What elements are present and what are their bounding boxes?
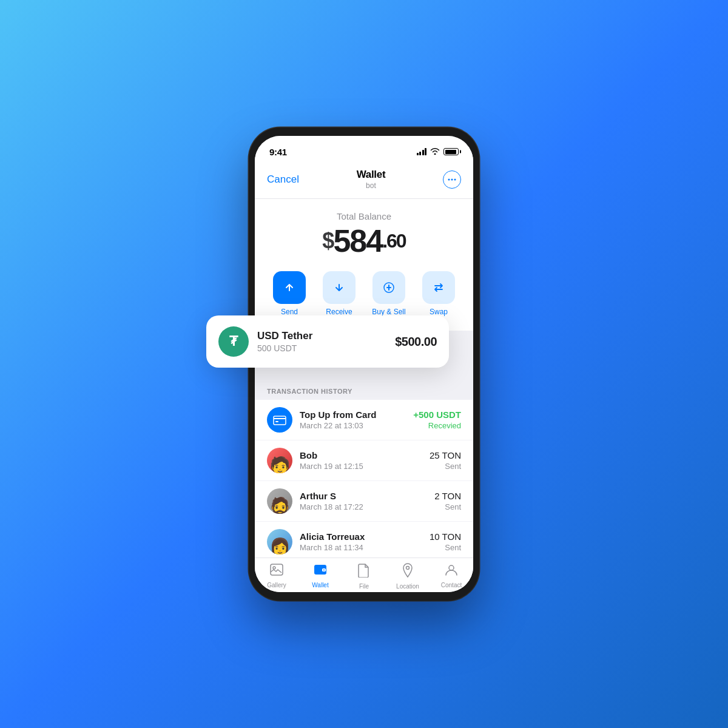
svg-point-0 xyxy=(448,178,450,180)
tether-logo-symbol: ₮ xyxy=(229,334,238,349)
location-icon xyxy=(402,563,413,581)
bob-name: Bob xyxy=(300,450,430,460)
swap-label: Swap xyxy=(430,308,448,316)
topup-status: Recevied xyxy=(413,421,461,430)
wifi-icon xyxy=(430,147,440,157)
topup-value: +500 USDT Recevied xyxy=(413,410,461,430)
balance-cents: .60 xyxy=(382,231,405,251)
more-button[interactable] xyxy=(443,170,461,189)
bob-value: 25 TON Sent xyxy=(430,450,461,471)
arthur-date: March 18 at 17:22 xyxy=(300,502,434,511)
svg-point-13 xyxy=(449,565,454,570)
arthur-name: Arthur S xyxy=(300,491,434,501)
send-label: Send xyxy=(281,308,298,316)
receive-label: Receive xyxy=(326,308,352,316)
arthur-value: 2 TON Sent xyxy=(434,491,461,511)
alicia-avatar: 👩 xyxy=(267,529,292,554)
tab-location[interactable]: Location xyxy=(386,563,430,590)
tether-info: USD Tether 500 USDT xyxy=(257,330,395,353)
wallet-icon xyxy=(313,563,328,580)
svg-point-2 xyxy=(454,178,456,180)
gallery-label: Gallery xyxy=(267,582,286,588)
topup-name: Top Up from Card xyxy=(300,410,413,420)
page-title: Wallet xyxy=(357,169,386,181)
tab-contact[interactable]: Contact xyxy=(430,563,473,590)
tether-name: USD Tether xyxy=(257,330,395,342)
tab-wallet[interactable]: Wallet xyxy=(298,563,342,590)
balance-section: Total Balance $584.60 xyxy=(255,199,473,271)
alicia-date: March 18 at 11:34 xyxy=(300,543,430,552)
arthur-info: Arthur S March 18 at 17:22 xyxy=(300,491,434,511)
transaction-item-arthur[interactable]: 🧔 Arthur S March 18 at 17:22 2 TON Sent xyxy=(255,481,473,522)
battery-icon xyxy=(443,148,459,155)
swap-button[interactable]: Swap xyxy=(417,271,460,316)
status-bar: 9:41 xyxy=(255,136,473,163)
header-center: Wallet bot xyxy=(357,169,386,190)
bob-status: Sent xyxy=(430,462,461,471)
tether-usdt-amount: 500 USDT xyxy=(257,343,395,353)
balance-amount: $584.60 xyxy=(267,225,461,257)
topup-amount: +500 USDT xyxy=(413,410,461,420)
status-icons xyxy=(417,147,459,157)
transaction-list: Top Up from Card March 22 at 13:03 +500 … xyxy=(255,400,473,562)
transaction-item-bob[interactable]: 🧑 Bob March 19 at 12:15 25 TON Sent xyxy=(255,440,473,481)
balance-label: Total Balance xyxy=(267,211,461,221)
file-icon xyxy=(358,563,370,581)
send-button[interactable]: Send xyxy=(268,271,311,316)
contact-label: Contact xyxy=(441,582,462,588)
receive-button[interactable]: Receive xyxy=(318,271,360,316)
bob-info: Bob March 19 at 12:15 xyxy=(300,450,430,471)
nav-header: Cancel Wallet bot xyxy=(255,163,473,199)
topup-info: Top Up from Card March 22 at 13:03 xyxy=(300,410,413,430)
phone-wrapper: ₮ USD Tether 500 USDT $500.00 9:41 xyxy=(249,127,479,601)
arthur-amount: 2 TON xyxy=(434,491,461,501)
alicia-name: Alicia Torreuax xyxy=(300,531,430,542)
tether-usd-value: $500.00 xyxy=(395,335,437,349)
bob-amount: 25 TON xyxy=(430,450,461,460)
topup-date: March 22 at 13:03 xyxy=(300,421,413,430)
wallet-label: Wallet xyxy=(312,582,328,588)
home-indicator xyxy=(328,595,400,597)
svg-rect-5 xyxy=(274,416,286,425)
contact-icon xyxy=(445,563,458,580)
alicia-value: 10 TON Sent xyxy=(430,531,461,552)
gallery-icon xyxy=(269,563,284,580)
status-time: 9:41 xyxy=(269,147,287,157)
bob-avatar: 🧑 xyxy=(267,448,292,473)
dollar-sign: $ xyxy=(322,230,333,252)
arthur-avatar: 🧔 xyxy=(267,488,292,514)
svg-point-8 xyxy=(273,567,275,569)
tab-file[interactable]: File xyxy=(342,563,386,590)
balance-main: 584 xyxy=(333,223,382,258)
file-label: File xyxy=(359,583,369,590)
signal-icon xyxy=(417,148,427,155)
bob-date: March 19 at 12:15 xyxy=(300,462,430,471)
svg-point-1 xyxy=(451,178,453,180)
background: ₮ USD Tether 500 USDT $500.00 9:41 xyxy=(249,127,479,601)
tab-bar: Gallery Wallet xyxy=(255,558,473,592)
svg-point-12 xyxy=(406,567,410,570)
transaction-item-alicia[interactable]: 👩 Alicia Torreuax March 18 at 11:34 10 T… xyxy=(255,522,473,562)
transaction-item-topup[interactable]: Top Up from Card March 22 at 13:03 +500 … xyxy=(255,400,473,440)
location-label: Location xyxy=(396,583,419,590)
header-subtitle: bot xyxy=(357,181,386,190)
svg-rect-6 xyxy=(275,421,278,422)
tether-card: ₮ USD Tether 500 USDT $500.00 xyxy=(206,315,449,368)
arthur-status: Sent xyxy=(434,502,461,511)
transactions-header: TRANSACTION HISTORY xyxy=(255,379,473,400)
svg-rect-7 xyxy=(271,564,283,575)
topup-icon xyxy=(267,407,292,433)
tether-logo: ₮ xyxy=(218,326,249,357)
alicia-amount: 10 TON xyxy=(430,531,461,542)
alicia-status: Sent xyxy=(430,543,461,552)
buy-sell-button[interactable]: Buy & Sell xyxy=(368,271,410,316)
tab-gallery[interactable]: Gallery xyxy=(255,563,298,590)
buy-sell-label: Buy & Sell xyxy=(372,308,405,316)
cancel-button[interactable]: Cancel xyxy=(267,174,299,186)
alicia-info: Alicia Torreuax March 18 at 11:34 xyxy=(300,531,430,552)
svg-point-11 xyxy=(323,570,325,571)
